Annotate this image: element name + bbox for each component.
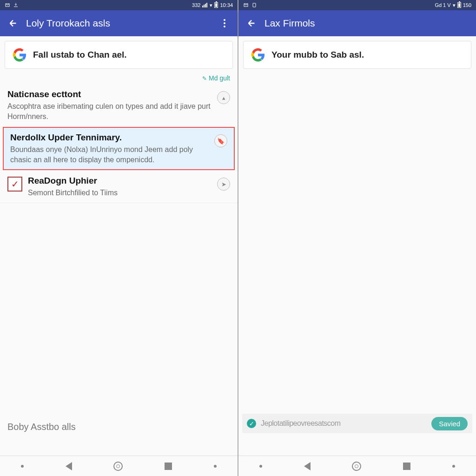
nav-back-button[interactable]	[66, 462, 72, 470]
nav-recent-button[interactable]	[403, 463, 410, 470]
meta-link[interactable]: Md gult	[0, 73, 238, 85]
nav-recent-button[interactable]	[165, 463, 172, 470]
content-area: Fall ustab to Chan ael. Md gult Naticnas…	[0, 36, 238, 456]
item-description: Boundaas onye (Nolxa) InUnrinyo mond Jee…	[10, 145, 209, 165]
appbar-title: Loly Trorokach asls	[26, 18, 217, 29]
battery-icon	[214, 2, 218, 8]
network-label: 332	[192, 2, 200, 8]
list-item[interactable]: Nerdollx Upder Tennimary.Boundaas onye (…	[3, 127, 235, 170]
list-item[interactable]: Naticnase ecttontAscophtra ase iribemati…	[0, 85, 238, 126]
nav-back-button[interactable]	[304, 462, 311, 470]
left-screen: 332 ▾ 10:34 Loly Trorokach asls Fall ust…	[0, 0, 238, 476]
notification-icon	[5, 2, 10, 8]
nav-dot	[259, 465, 262, 468]
clock: 150	[463, 2, 471, 8]
footer-label: Boby Asstbo alls	[7, 422, 76, 432]
nav-dot	[452, 465, 455, 468]
google-logo-icon	[251, 48, 265, 62]
nav-home-button[interactable]	[352, 462, 361, 471]
item-description: Ascophtra ase iribemating culen on types…	[7, 101, 212, 121]
signal-icon	[202, 3, 208, 7]
status-bar: 332 ▾ 10:34	[0, 0, 238, 10]
nav-dot	[21, 465, 24, 468]
nav-dot	[214, 465, 217, 468]
clipboard-icon	[251, 2, 257, 8]
item-badge-icon[interactable]: ➤	[217, 178, 230, 191]
card-text: Fall ustab to Chan ael.	[33, 50, 127, 60]
network-label: Gd 1 V	[435, 2, 450, 8]
item-title: ReaDogn Uphier	[28, 176, 212, 186]
content-area: Your mubb to Sab asl. ✓ Jeplotatilipeovr…	[238, 36, 476, 456]
battery-icon	[457, 2, 461, 8]
saved-chip[interactable]: Savied	[431, 417, 468, 430]
item-title: Naticnase ecttont	[7, 89, 212, 99]
card-text: Your mubb to Sab asl.	[271, 50, 364, 60]
right-screen: Gd 1 V ▾ 150 Lax Firmols Your mubb to Sa…	[238, 0, 476, 476]
toast-bar: ✓ Jeplotatilipeovreesatscom Savied	[242, 414, 472, 433]
overflow-menu-button[interactable]	[217, 16, 232, 31]
appbar-title: Lax Firmols	[264, 18, 470, 29]
svg-rect-2	[253, 3, 256, 7]
list-item[interactable]: ✓ReaDogn UphierSemont Birtchfilied to Ti…	[0, 171, 238, 203]
nav-home-button[interactable]	[113, 462, 123, 471]
item-description: Semont Birtchfilied to Tiims	[28, 188, 212, 198]
item-badge-icon[interactable]: 🔖	[214, 134, 227, 147]
download-icon	[13, 2, 19, 8]
wifi-icon: ▾	[453, 2, 456, 8]
back-button[interactable]	[244, 16, 259, 31]
app-bar: Loly Trorokach asls	[0, 10, 238, 36]
checkbox-icon[interactable]: ✓	[7, 177, 22, 192]
item-badge-icon[interactable]: ▴	[217, 91, 230, 104]
check-icon: ✓	[247, 419, 256, 428]
settings-list: Naticnase ecttontAscophtra ase iribemati…	[0, 85, 238, 203]
item-title: Nerdollx Upder Tennimary.	[10, 132, 209, 143]
app-bar: Lax Firmols	[238, 10, 476, 36]
google-prompt-card[interactable]: Your mubb to Sab asl.	[243, 41, 471, 69]
google-logo-icon	[13, 48, 26, 62]
nav-bar	[238, 456, 476, 476]
notification-icon	[243, 2, 249, 8]
status-bar: Gd 1 V ▾ 150	[238, 0, 476, 10]
google-prompt-card[interactable]: Fall ustab to Chan ael.	[5, 41, 233, 69]
clock: 10:34	[220, 2, 233, 8]
nav-bar	[0, 456, 238, 476]
back-button[interactable]	[6, 16, 20, 31]
wifi-icon: ▾	[210, 2, 212, 8]
toast-text: Jeplotatilipeovreesatscom	[261, 419, 427, 428]
